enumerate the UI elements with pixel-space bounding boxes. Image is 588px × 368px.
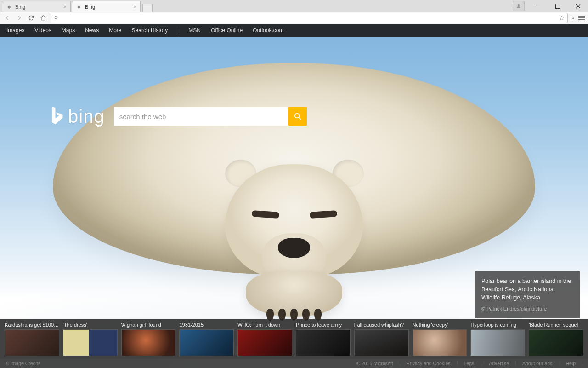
window-maximize-button[interactable]	[548, 0, 568, 12]
thumbnail-icon	[237, 329, 292, 356]
trending-label: WHO: Turn it down	[237, 321, 292, 329]
footer-help[interactable]: Help	[565, 361, 576, 366]
trending-label: 'Blade Runner' sequel	[529, 321, 583, 329]
footer-legal[interactable]: Legal	[464, 361, 476, 366]
search-input[interactable]	[114, 107, 288, 126]
nav-news[interactable]: News	[85, 27, 99, 34]
footer-separator	[515, 361, 516, 366]
trending-label: 1931-2015	[179, 321, 234, 329]
user-chip-icon[interactable]	[513, 1, 525, 11]
nav-reload-button[interactable]	[27, 13, 36, 23]
search-area: bing	[49, 106, 307, 127]
bing-logo-text: bing	[68, 106, 105, 127]
tab-bing-1[interactable]: ◆ Bing ×	[2, 1, 71, 12]
new-tab-button[interactable]	[142, 4, 153, 12]
bookmark-star-icon[interactable]	[559, 15, 565, 21]
tab-close-icon[interactable]: ×	[63, 4, 67, 10]
tab-title: Bing	[85, 4, 95, 10]
bing-top-nav: Images Videos Maps News More Search Hist…	[0, 24, 588, 37]
trending-tile[interactable]: Fall caused whiplash?	[354, 321, 409, 356]
svg-point-0	[518, 4, 520, 6]
trending-tile[interactable]: 'The dress'	[63, 321, 118, 356]
trending-label: 'Afghan girl' found	[121, 321, 176, 329]
image-credit: © Patrick Endres/plainpicture	[481, 305, 573, 313]
thumbnail-icon	[179, 329, 234, 356]
browser-toolbar: »	[0, 12, 588, 24]
trending-label: 'The dress'	[63, 321, 118, 329]
svg-point-3	[55, 16, 57, 19]
window-close-button[interactable]	[568, 0, 588, 12]
search-icon	[54, 15, 59, 21]
thumbnail-icon	[413, 329, 467, 356]
trending-tile[interactable]: Hyperloop is coming	[470, 321, 525, 356]
nav-office-online[interactable]: Office Online	[211, 27, 243, 34]
footer-copyright: © 2015 Microsoft	[356, 361, 393, 366]
nav-forward-button[interactable]	[15, 13, 24, 23]
tab-title: Bing	[15, 4, 25, 10]
nav-back-button[interactable]	[3, 13, 12, 23]
trending-tile[interactable]: 'Blade Runner' sequel	[529, 321, 583, 356]
tab-bing-2[interactable]: ◆ Bing ×	[72, 1, 141, 12]
nav-maps[interactable]: Maps	[62, 27, 75, 34]
search-button[interactable]	[288, 107, 307, 126]
trending-tile[interactable]: 1931-2015	[179, 321, 234, 356]
browser-menu-button[interactable]	[578, 16, 585, 20]
thumbnail-icon	[63, 329, 118, 356]
image-caption: Polar bear on a barrier island in the Be…	[481, 277, 573, 302]
trending-tile[interactable]: 'Afghan girl' found	[121, 321, 176, 356]
nav-home-button[interactable]	[39, 13, 48, 23]
window-controls	[513, 0, 588, 12]
thumbnail-icon	[529, 329, 583, 356]
search-icon	[294, 112, 302, 121]
page-content: Images Videos Maps News More Search Hist…	[0, 24, 588, 368]
svg-point-4	[294, 114, 299, 118]
footer-separator	[400, 361, 400, 366]
thumbnail-icon	[354, 329, 409, 356]
trending-tile[interactable]: Nothing 'creepy'	[413, 321, 467, 356]
page-footer: © Image Credits © 2015 Microsoft Privacy…	[0, 359, 588, 368]
nav-more[interactable]: More	[109, 27, 121, 34]
trending-tile[interactable]: Prince to leave army	[296, 321, 351, 356]
address-input[interactable]	[59, 15, 559, 21]
browser-chrome: ◆ Bing × ◆ Bing × »	[0, 0, 588, 24]
trending-label: Hyperloop is coming	[470, 321, 525, 329]
footer-about-ads[interactable]: About our ads	[522, 361, 552, 366]
nav-videos[interactable]: Videos	[34, 27, 51, 34]
nav-search-history[interactable]: Search History	[132, 27, 168, 34]
favicon-icon: ◆	[6, 4, 12, 10]
favicon-icon: ◆	[76, 4, 82, 10]
address-bar[interactable]	[51, 13, 568, 23]
nav-outlook[interactable]: Outlook.com	[253, 27, 283, 34]
search-box	[114, 107, 307, 126]
image-info-card[interactable]: Polar bear on a barrier island in the Be…	[475, 271, 580, 318]
trending-carousel: Kardashians get $100M? 'The dress' 'Afgh…	[0, 319, 588, 359]
nav-images[interactable]: Images	[6, 27, 24, 34]
footer-image-credits[interactable]: © Image Credits	[6, 361, 40, 366]
svg-rect-1	[535, 6, 540, 6]
thumbnail-icon	[5, 329, 59, 356]
trending-tile[interactable]: Kardashians get $100M?	[5, 321, 59, 356]
svg-rect-2	[555, 4, 560, 8]
trending-tile[interactable]: WHO: Turn it down	[237, 321, 292, 356]
window-minimize-button[interactable]	[527, 0, 548, 12]
trending-label: Prince to leave army	[296, 321, 351, 329]
tab-strip: ◆ Bing × ◆ Bing ×	[0, 0, 588, 12]
bing-logo-icon	[49, 106, 64, 127]
nav-msn[interactable]: MSN	[188, 27, 201, 34]
thumbnail-icon	[296, 329, 351, 356]
nav-separator	[178, 27, 178, 34]
footer-separator	[482, 361, 482, 366]
footer-privacy[interactable]: Privacy and Cookies	[407, 361, 451, 366]
footer-advertise[interactable]: Advertise	[489, 361, 509, 366]
trending-label: Kardashians get $100M?	[5, 321, 59, 329]
thumbnail-icon	[470, 329, 525, 356]
footer-separator	[559, 361, 559, 366]
trending-label: Nothing 'creepy'	[413, 321, 467, 329]
trending-label: Fall caused whiplash?	[354, 321, 409, 329]
footer-separator	[582, 361, 582, 366]
footer-separator	[457, 361, 458, 366]
thumbnail-icon	[121, 329, 176, 356]
bing-logo[interactable]: bing	[49, 106, 105, 127]
tab-close-icon[interactable]: ×	[133, 4, 136, 10]
overflow-chevron-icon[interactable]: »	[571, 15, 575, 21]
